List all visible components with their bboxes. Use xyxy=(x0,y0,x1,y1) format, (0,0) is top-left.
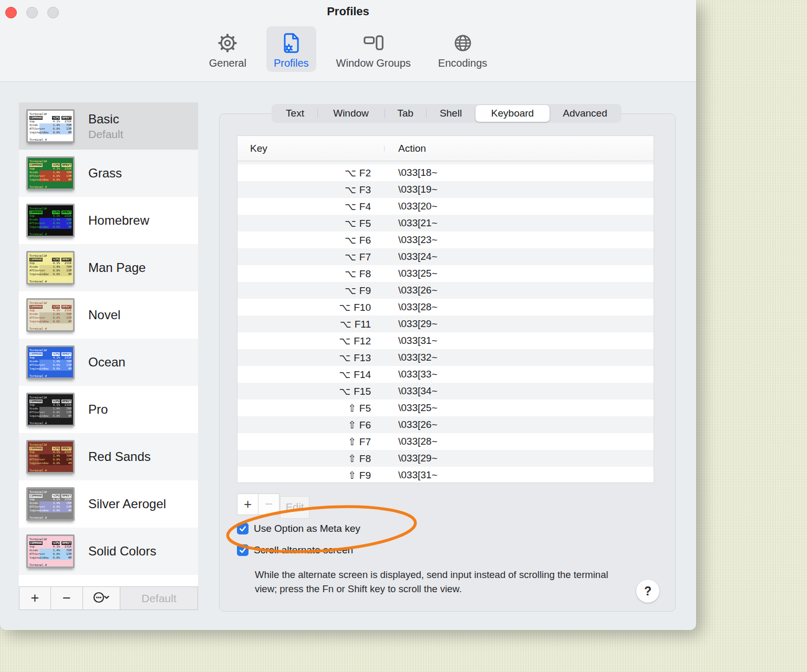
process-cpu: 0.0% xyxy=(49,461,60,465)
action-cell: \033[28~ xyxy=(385,301,438,313)
remove-binding-button[interactable]: − xyxy=(258,494,280,515)
profile-row-ocean[interactable]: Terminal1#COMMAND%CPURPRVTtop4.1%231KXco… xyxy=(19,339,198,386)
profile-actions-menu-button[interactable] xyxy=(83,587,120,610)
process-name: Xcode xyxy=(29,407,38,411)
thumb-process-row: Xcode1.4%78M xyxy=(29,549,71,552)
table-row[interactable]: ⌥F11\033[29~ xyxy=(237,316,654,332)
thumb-header-chip: RPRVT xyxy=(61,447,71,450)
tab-text[interactable]: Text xyxy=(273,105,317,122)
key-cell: ⌥F6 xyxy=(237,234,385,246)
process-mem: 78M xyxy=(60,407,71,411)
profile-row-red-sands[interactable]: Terminal1#COMMAND%CPURPRVTtop4.1%231KXco… xyxy=(19,433,198,480)
tab-shell[interactable]: Shell xyxy=(426,105,475,122)
process-cpu: 1.4% xyxy=(49,407,60,411)
table-row[interactable]: ⇧F9\033[31~ xyxy=(237,467,654,482)
thumb-process-row: loginwindow0.0%4M xyxy=(29,225,71,229)
profile-text: Pro xyxy=(88,402,108,417)
process-mem: 4M xyxy=(60,367,71,371)
table-rows: ⌥F2\033[18~⌥F3\033[19~⌥F4\033[20~⌥F5\033… xyxy=(237,164,654,482)
process-mem: 78M xyxy=(60,454,71,458)
key-name: F5 xyxy=(359,218,371,229)
thumb-header-line: COMMAND%CPURPRVT xyxy=(29,211,71,214)
tab-advanced[interactable]: Advanced xyxy=(550,105,620,122)
thumb-header-line: COMMAND%CPURPRVT xyxy=(29,258,71,261)
process-cpu: 1.4% xyxy=(49,171,60,174)
profile-row-solid-colors[interactable]: Terminal1#COMMAND%CPURPRVTtop4.1%231KXco… xyxy=(19,528,198,575)
column-header-key[interactable]: Key xyxy=(237,143,385,154)
option-key-icon: ⌥ xyxy=(345,234,356,246)
key-name: F6 xyxy=(359,235,371,246)
table-row[interactable]: ⌥F6\033[23~ xyxy=(237,232,654,248)
table-row[interactable]: ⌥F9\033[26~ xyxy=(237,282,654,299)
window-groups-icon xyxy=(361,29,386,57)
thumb-process-row: ATSServer0.0%13M xyxy=(29,505,71,509)
action-cell: \033[34~ xyxy=(385,385,438,397)
thumb-title-line: Terminal1# xyxy=(29,254,71,258)
key-name: F8 xyxy=(359,268,371,279)
thumb-header-chip: %CPU xyxy=(52,447,60,450)
profile-row-basic[interactable]: Terminal1#COMMAND%CPURPRVTtop4.1%231KXco… xyxy=(19,102,198,150)
add-binding-button[interactable]: + xyxy=(237,494,258,515)
table-row[interactable]: ⇧F5\033[25~ xyxy=(237,400,654,416)
profile-row-man-page[interactable]: Terminal1#COMMAND%CPURPRVTtop4.1%231KXco… xyxy=(19,244,198,291)
table-row[interactable]: ⌥F7\033[24~ xyxy=(237,248,654,265)
table-row[interactable]: ⌥F10\033[28~ xyxy=(237,299,654,316)
thumb-header-chip: COMMAND xyxy=(29,541,43,545)
table-row[interactable]: ⌥F14\033[33~ xyxy=(237,366,654,383)
process-cpu: 1.4% xyxy=(49,312,60,316)
thumb-process-row: Xcode1.4%78M xyxy=(29,123,71,127)
process-cpu: 0.0% xyxy=(49,272,60,276)
process-name: loginwindow xyxy=(29,461,48,465)
process-cpu: 4.1% xyxy=(49,450,60,454)
table-row[interactable]: ⌥F15\033[34~ xyxy=(237,383,654,400)
thumb-title-line: Terminal1# xyxy=(29,349,71,352)
process-name: loginwindow xyxy=(29,131,48,134)
table-row[interactable]: ⌥F2\033[18~ xyxy=(237,164,654,181)
column-header-action[interactable]: Action xyxy=(385,143,426,154)
checkbox-scroll-alternate-screen[interactable] xyxy=(237,544,249,556)
thumb-process-row: loginwindow0.0%4M xyxy=(29,367,71,371)
table-row[interactable]: ⇧F7\033[28~ xyxy=(237,433,654,450)
profile-row-novel[interactable]: Terminal1#COMMAND%CPURPRVTtop4.1%231KXco… xyxy=(19,291,198,339)
checkbox-use-option-as-meta-key[interactable] xyxy=(237,523,249,534)
profile-row-silver-aerogel[interactable]: Terminal1#COMMAND%CPURPRVTtop4.1%231KXco… xyxy=(19,480,198,528)
add-profile-button[interactable]: + xyxy=(19,587,51,610)
toolbar-item-window-groups[interactable]: Window Groups xyxy=(329,26,418,72)
thumb-process-row: Xcode1.4%78M xyxy=(29,407,71,411)
profile-row-homebrew[interactable]: Terminal1#COMMAND%CPURPRVTtop4.1%231KXco… xyxy=(19,197,198,244)
toolbar-item-general[interactable]: General xyxy=(202,26,254,72)
tab-window[interactable]: Window xyxy=(317,105,385,122)
table-row[interactable]: ⇧F6\033[26~ xyxy=(237,416,654,433)
help-button[interactable]: ? xyxy=(636,580,659,603)
thumb-header-chip: %CPU xyxy=(52,305,60,309)
profile-thumbnail: Terminal1#COMMAND%CPURPRVTtop4.1%231KXco… xyxy=(26,393,75,426)
table-row[interactable]: ⌥F4\033[20~ xyxy=(237,198,654,215)
profile-thumbnail-wrap: Terminal1#COMMAND%CPURPRVTtop4.1%231KXco… xyxy=(26,251,75,285)
table-row[interactable]: ⌥F5\033[21~ xyxy=(237,215,654,232)
tab-keyboard[interactable]: Keyboard xyxy=(475,105,550,122)
profile-row-pro[interactable]: Terminal1#COMMAND%CPURPRVTtop4.1%231KXco… xyxy=(19,386,198,433)
option-key-icon: ⌥ xyxy=(339,352,350,363)
process-mem: 4M xyxy=(60,461,71,465)
set-default-button[interactable]: Default xyxy=(120,587,198,610)
table-row[interactable]: ⇧F8\033[29~ xyxy=(237,450,654,467)
table-row[interactable]: ⌥F13\033[32~ xyxy=(237,349,654,366)
process-mem: 13M xyxy=(60,505,71,509)
tab-tab[interactable]: Tab xyxy=(385,105,426,122)
thumb-header-chip: COMMAND xyxy=(29,258,43,261)
process-cpu: 0.0% xyxy=(49,131,60,134)
remove-profile-button[interactable]: − xyxy=(51,587,83,610)
table-row[interactable]: ⌥F8\033[25~ xyxy=(237,265,654,282)
option-key-icon: ⌥ xyxy=(345,268,356,279)
thumb-header-chip: RPRVT xyxy=(61,541,71,545)
toolbar-item-profiles[interactable]: Profiles xyxy=(266,26,316,72)
profile-row-grass[interactable]: Terminal1#COMMAND%CPURPRVTtop4.1%231KXco… xyxy=(19,150,198,197)
process-name: Xcode xyxy=(29,265,38,269)
table-row[interactable]: ⌥F3\033[19~ xyxy=(237,181,654,198)
table-row[interactable]: ⌥F12\033[31~ xyxy=(237,332,654,349)
toolbar-item-encodings[interactable]: Encodings xyxy=(431,26,494,72)
process-mem: 231K xyxy=(60,545,71,549)
edit-binding-button[interactable]: Edit xyxy=(280,496,309,519)
profile-thumbnail-wrap: Terminal1#COMMAND%CPURPRVTtop4.1%231KXco… xyxy=(26,440,75,474)
process-name: Xcode xyxy=(29,123,38,127)
